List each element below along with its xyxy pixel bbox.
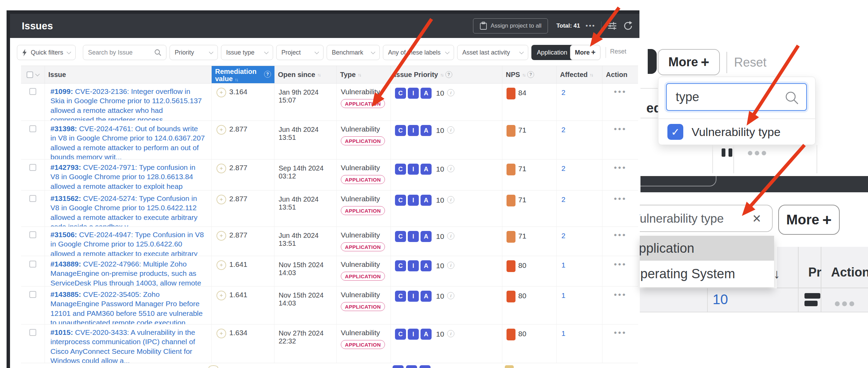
sort-icon[interactable]: ↑↓ xyxy=(522,72,525,77)
affected-count-link[interactable]: 1 xyxy=(561,291,566,299)
header-nps[interactable]: NPS↑↓? xyxy=(502,66,557,83)
row-actions-icon[interactable]: ••• xyxy=(614,87,627,120)
more-label: More xyxy=(575,49,590,56)
more-filters-button[interactable]: More+ xyxy=(570,45,600,60)
vulnerability-type-filter-input[interactable]: Vulnerability type × xyxy=(640,205,773,232)
row-checkbox[interactable] xyxy=(29,164,36,171)
priority-score: 10 xyxy=(436,126,444,135)
header-affected[interactable]: Affected↑↓ xyxy=(557,66,602,83)
affected-count-link[interactable]: 2 xyxy=(561,88,566,96)
row-checkbox[interactable] xyxy=(29,88,36,95)
affected-count-link[interactable]: 2 xyxy=(561,126,566,134)
application-tag: APPLICATION xyxy=(341,302,385,311)
partial-row-cia-badge xyxy=(393,365,404,368)
info-icon[interactable]: i xyxy=(447,165,454,172)
filter-issue-type[interactable]: Issue type xyxy=(221,45,273,60)
info-icon[interactable]: i xyxy=(447,196,454,203)
filter-priority[interactable]: Priority xyxy=(170,45,218,60)
table-row: #1015: CVE-2020-3433: A vulnerability in… xyxy=(21,325,638,363)
column-settings-icon[interactable] xyxy=(607,21,617,30)
overflow-menu-icon[interactable]: ••• xyxy=(586,22,596,30)
issue-link[interactable]: #31398: CVE-2024-4761: Out of bounds wri… xyxy=(50,125,205,159)
info-icon[interactable]: i xyxy=(447,89,454,96)
row-actions-icon[interactable]: ••• xyxy=(614,163,627,190)
header-remediation-value[interactable]: Remediationvalue ↑↓ ? xyxy=(212,66,274,83)
filter-labels[interactable]: Any of these labels xyxy=(383,45,454,60)
header-issue-priority[interactable]: Issue Priority↑↓? xyxy=(391,66,502,83)
enlarged-more-filters-button-2[interactable]: More+ xyxy=(778,205,840,235)
sort-icon[interactable]: ↑↓ xyxy=(235,77,238,82)
sort-icon[interactable]: ↑↓ xyxy=(358,72,361,77)
row-checkbox[interactable] xyxy=(29,125,36,132)
remediation-gauge-icon: + xyxy=(216,231,226,241)
filter-asset-last-activity[interactable]: Asset last activity xyxy=(457,45,528,60)
issue-link[interactable]: #142793: CVE-2024-7971: Type confusion i… xyxy=(50,163,195,190)
info-icon[interactable]: i xyxy=(447,126,454,134)
header-open-since[interactable]: Open since↑↓ xyxy=(274,66,337,83)
sort-icon[interactable]: ↑↓ xyxy=(440,72,443,77)
issue-link[interactable]: #1099: CVE-2023-2136: Integer overflow i… xyxy=(50,87,202,120)
row-checkbox[interactable] xyxy=(29,231,36,238)
partial-row-cia-badge xyxy=(406,365,417,368)
info-icon[interactable]: i xyxy=(447,262,454,269)
option-operating-system[interactable]: Operating System xyxy=(640,261,774,287)
help-icon[interactable]: ? xyxy=(445,71,452,78)
row-checkbox[interactable] xyxy=(29,329,36,336)
affected-count-link[interactable]: 2 xyxy=(561,232,566,240)
affected-count-link[interactable]: 1 xyxy=(561,261,566,269)
vulnerability-type-checkbox[interactable]: ✓ xyxy=(667,124,683,140)
row-checkbox[interactable] xyxy=(29,261,36,268)
search-issue-input[interactable]: Search by Issue xyxy=(83,45,166,60)
help-icon[interactable]: ? xyxy=(264,71,271,78)
quick-filters-button[interactable]: Quick filters xyxy=(17,45,76,60)
sort-icon[interactable]: ↑↓ xyxy=(590,72,593,77)
select-all-checkbox[interactable] xyxy=(27,71,33,78)
filter-benchmark[interactable]: Benchmark xyxy=(327,45,380,60)
affected-count-link[interactable]: 2 xyxy=(561,164,566,172)
info-icon[interactable]: i xyxy=(447,232,454,240)
issue-link[interactable]: #31506: CVE-2024-4947: Type Confusion in… xyxy=(50,231,204,256)
filter-project[interactable]: Project xyxy=(276,45,324,60)
cia-confidentiality-badge: C xyxy=(395,164,406,175)
affected-count-link[interactable]: 2 xyxy=(561,195,566,203)
enlarged-actions-dots-icon[interactable] xyxy=(835,301,854,306)
row-actions-icon[interactable]: ••• xyxy=(614,194,627,226)
more-label: More xyxy=(786,212,819,227)
enlarged-reset-button[interactable]: Reset xyxy=(734,55,766,70)
divider xyxy=(726,52,727,73)
refresh-icon[interactable] xyxy=(623,21,633,31)
cia-integrity-badge: I xyxy=(408,88,419,99)
row-actions-icon[interactable]: ••• xyxy=(614,260,627,286)
gridline xyxy=(707,288,708,312)
help-icon[interactable]: ? xyxy=(527,71,534,78)
row-actions-icon[interactable]: ••• xyxy=(614,124,627,159)
enlarged-more-filters-button[interactable]: More+ xyxy=(658,49,720,75)
filter-search-input[interactable]: type xyxy=(666,83,807,111)
issue-link[interactable]: #143889: CVE-2022-47966: Multiple Zoho M… xyxy=(50,260,201,286)
row-checkbox[interactable] xyxy=(29,291,36,298)
header-select-all[interactable] xyxy=(21,66,45,83)
gridline xyxy=(640,88,658,89)
info-icon[interactable]: i xyxy=(447,292,454,299)
row-checkbox[interactable] xyxy=(29,195,36,202)
enlarged-affected-link[interactable]: 10 xyxy=(713,292,728,307)
issue-link[interactable]: #1015: CVE-2020-3433: A vulnerability in… xyxy=(50,328,195,363)
header-issue[interactable]: Issue xyxy=(45,66,212,83)
assign-project-button[interactable]: Assign project to all xyxy=(473,18,548,33)
option-application[interactable]: Application xyxy=(640,236,774,261)
sort-icon[interactable]: ↑↓ xyxy=(317,72,320,77)
reset-filters-button[interactable]: Reset xyxy=(610,48,626,55)
header-type[interactable]: Type↑↓ xyxy=(337,66,391,83)
row-actions-icon[interactable]: ••• xyxy=(614,290,627,324)
clear-filter-icon[interactable]: × xyxy=(752,210,761,227)
row-actions-icon[interactable]: ••• xyxy=(614,328,627,363)
application-tag: APPLICATION xyxy=(341,136,385,145)
affected-count-link[interactable]: 1 xyxy=(561,329,566,337)
row-actions-icon[interactable]: ••• xyxy=(614,230,627,256)
filter-label: Asset last activity xyxy=(462,49,517,56)
sort-descending-icon[interactable]: ↓ xyxy=(773,267,780,281)
remediation-value: 1.634 xyxy=(229,329,248,337)
issue-link[interactable]: #143885: CVE-2022-35405: Zoho ManageEngi… xyxy=(50,290,203,324)
info-icon[interactable]: i xyxy=(447,330,454,337)
issue-link[interactable]: #131562: CVE-2024-5274: Type Confusion i… xyxy=(50,194,197,226)
